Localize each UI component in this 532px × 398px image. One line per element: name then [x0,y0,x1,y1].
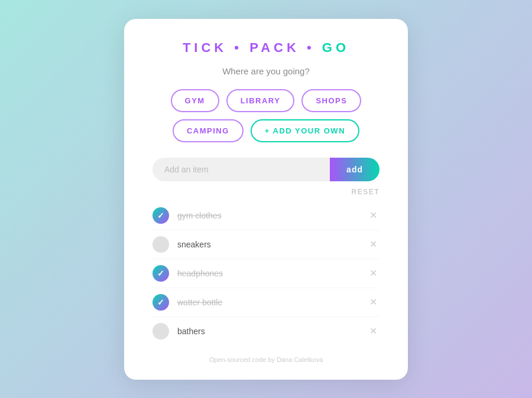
check-icon: ✓ [157,211,164,220]
category-buttons: GYM LIBRARY SHOPS CAMPING + ADD YOUR OWN [153,89,379,142]
list-item: ✓ gym clothes ✕ [153,201,379,230]
checkbox-headphones[interactable]: ✓ [153,265,169,282]
list-item: ✓ watter bottle ✕ [153,288,379,317]
subtitle: Where are you going? [153,66,379,76]
logo-dot1: • [234,40,249,55]
remove-bathers-button[interactable]: ✕ [367,327,379,336]
logo-pack: PACK [249,40,300,55]
item-label-sneakers: sneakers [177,240,359,249]
category-shops[interactable]: SHOPS [301,89,361,112]
packing-list: ✓ gym clothes ✕ sneakers ✕ ✓ headphones … [153,201,379,345]
main-card: TICK • PACK • GO Where are you going? GY… [124,19,408,380]
item-label-headphones: headphones [177,269,359,278]
list-item: bathers ✕ [153,317,379,345]
check-icon: ✓ [157,269,164,278]
checkbox-water-bottle[interactable]: ✓ [153,294,169,311]
remove-sneakers-button[interactable]: ✕ [367,240,379,249]
item-label-gym-clothes: gym clothes [177,211,359,220]
remove-water-bottle-button[interactable]: ✕ [367,298,379,307]
logo-go: GO [322,40,349,55]
logo-tick: TICK [183,40,227,55]
reset-row: RESET [153,186,379,197]
logo-dot2: • [307,40,322,55]
list-item: sneakers ✕ [153,230,379,259]
category-add-own[interactable]: + ADD YOUR OWN [251,119,359,142]
remove-gym-clothes-button[interactable]: ✕ [367,211,379,220]
remove-headphones-button[interactable]: ✕ [367,269,379,278]
reset-button[interactable]: RESET [351,188,379,196]
app-logo: TICK • PACK • GO [153,40,379,56]
add-item-row: add [153,158,379,181]
category-library[interactable]: LIBRARY [226,89,295,112]
checkbox-gym-clothes[interactable]: ✓ [153,207,169,224]
checkbox-bathers[interactable] [153,323,169,340]
add-item-input[interactable] [153,158,330,181]
category-gym[interactable]: GYM [171,89,219,112]
footer-text: Open-sourced code by Dana Caletkova [153,356,379,363]
add-item-button[interactable]: add [330,158,379,181]
item-label-bathers: bathers [177,327,359,336]
list-item: ✓ headphones ✕ [153,259,379,288]
category-camping[interactable]: CAMPING [173,119,244,142]
check-icon: ✓ [157,298,164,306]
checkbox-sneakers[interactable] [153,236,169,253]
item-label-water-bottle: watter bottle [177,298,359,307]
